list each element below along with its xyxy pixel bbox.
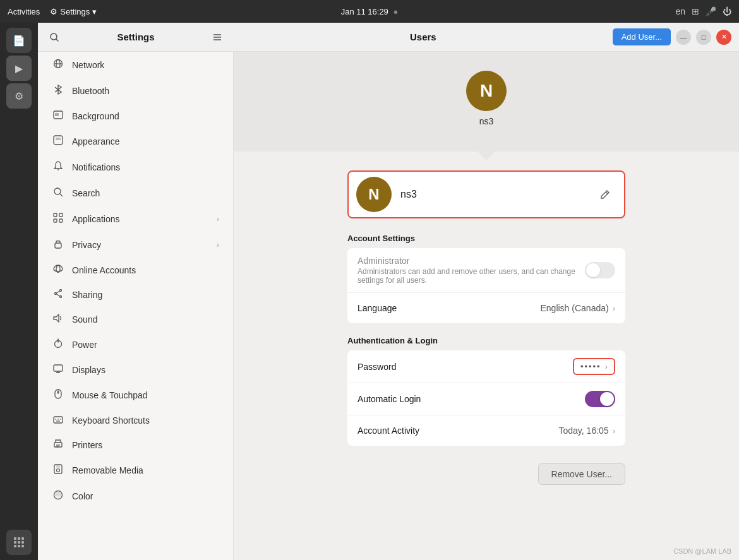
password-chevron-icon: ›: [605, 362, 608, 371]
sidebar-item-sharing[interactable]: Sharing: [42, 283, 229, 307]
sidebar-item-removable-media[interactable]: Removable Media: [42, 458, 229, 483]
sidebar-item-appearance[interactable]: Appearance: [42, 129, 229, 154]
taskbar-files-icon[interactable]: 📄: [6, 28, 32, 53]
administrator-row: Administrator Administrators can add and…: [347, 248, 625, 293]
menu-button[interactable]: [207, 27, 227, 47]
svg-rect-8: [21, 545, 24, 547]
svg-point-32: [55, 293, 57, 295]
activities-button[interactable]: Activities: [8, 7, 40, 16]
svg-line-23: [60, 194, 63, 196]
auth-login-group: Password ••••• › Automatic Login Account…: [347, 350, 625, 446]
chevron-right-icon: ›: [217, 241, 219, 249]
sidebar-item-privacy-label: Privacy: [72, 240, 209, 250]
svg-rect-20: [56, 138, 61, 140]
window-minimize-button[interactable]: —: [676, 30, 691, 45]
user-name-row: N ns3: [347, 170, 625, 218]
sidebar-item-applications[interactable]: Applications ›: [42, 206, 229, 232]
sidebar-item-appearance-label: Appearance: [72, 136, 219, 146]
user-avatar-large[interactable]: N: [466, 71, 507, 111]
online-accounts-icon: [52, 265, 64, 276]
sidebar-item-power[interactable]: Power: [42, 332, 229, 357]
language-value: English (Canada): [540, 303, 608, 313]
sidebar-item-printers[interactable]: Printers: [42, 433, 229, 457]
sidebar-panel-title: Settings: [69, 32, 202, 42]
sidebar-item-sound[interactable]: Sound: [42, 307, 229, 331]
svg-line-33: [57, 291, 60, 293]
remove-user-button[interactable]: Remove User...: [538, 463, 625, 485]
sidebar-item-keyboard-shortcuts[interactable]: Keyboard Shortcuts: [42, 408, 229, 432]
automatic-login-toggle[interactable]: [585, 391, 615, 407]
svg-line-55: [606, 192, 608, 194]
gear-icon: ⚙: [50, 7, 57, 16]
sidebar-item-color-label: Color: [72, 491, 219, 501]
sidebar-item-privacy[interactable]: Privacy ›: [42, 232, 229, 258]
sidebar-item-color[interactable]: Color: [42, 484, 229, 509]
sidebar-item-online-accounts-label: Online Accounts: [72, 265, 219, 275]
chevron-right-icon: ›: [217, 215, 219, 223]
color-icon: [52, 490, 64, 503]
taskbar-settings-icon[interactable]: ⚙: [6, 83, 32, 109]
password-dots: •••••: [580, 362, 601, 371]
password-value-box: ••••• ›: [573, 358, 615, 375]
keyboard-icon: [52, 415, 64, 426]
svg-rect-3: [14, 541, 16, 544]
locale-button[interactable]: en: [675, 6, 685, 16]
taskbar-apps-grid-icon[interactable]: [6, 530, 32, 555]
sidebar-item-mouse-label: Mouse & Touchpad: [72, 390, 219, 400]
edit-name-button[interactable]: [594, 183, 616, 206]
svg-rect-5: [21, 541, 24, 544]
user-avatar-small[interactable]: N: [356, 177, 392, 212]
power-icon[interactable]: ⏻: [723, 6, 731, 16]
titlebar: Settings Users Add User... — □ ✕: [38, 23, 739, 52]
account-activity-value: Today, 16:05: [559, 426, 609, 436]
privacy-icon: [52, 239, 64, 251]
appearance-icon: [52, 135, 64, 148]
taskbar-terminal-icon[interactable]: ▶: [6, 56, 32, 81]
svg-rect-27: [59, 219, 63, 222]
sidebar-item-bluetooth[interactable]: Bluetooth: [42, 78, 229, 104]
svg-rect-0: [14, 537, 16, 540]
administrator-sublabel: Administrators can add and remove other …: [357, 267, 585, 285]
sidebar-item-search-label: Search: [72, 188, 219, 198]
sidebar-item-network-label: Network: [72, 60, 219, 70]
printers-icon: [52, 439, 64, 451]
sidebar-item-network[interactable]: Network: [42, 52, 229, 78]
microphone-icon[interactable]: 🎤: [706, 6, 716, 16]
user-name-header: ns3: [479, 116, 494, 126]
bluetooth-icon: [52, 85, 64, 97]
sidebar: Network Bluetooth Background: [38, 52, 234, 560]
sidebar-item-printers-label: Printers: [72, 440, 219, 450]
window-close-button[interactable]: ✕: [716, 30, 731, 45]
sidebar-item-removable-label: Removable Media: [72, 465, 219, 475]
svg-rect-37: [54, 365, 63, 371]
sidebar-item-notifications[interactable]: Notifications: [42, 155, 229, 180]
svg-rect-2: [21, 537, 24, 540]
svg-line-34: [57, 294, 60, 296]
activity-chevron-icon: ›: [613, 426, 615, 436]
topbar: Activities ⚙ Settings ▾ Jan 11 16:29 ● e…: [0, 0, 739, 23]
network-icon[interactable]: ⊞: [692, 6, 699, 16]
chevron-down-icon: ▾: [92, 7, 97, 16]
language-row[interactable]: Language English (Canada) ›: [347, 293, 625, 323]
language-label: Language: [357, 303, 540, 313]
taskbar: 📄 ▶ ⚙: [0, 23, 38, 560]
search-nav-icon: [52, 187, 64, 200]
sidebar-item-displays[interactable]: Displays: [42, 358, 229, 382]
administrator-toggle[interactable]: [585, 262, 615, 278]
sidebar-item-background[interactable]: Background: [42, 104, 229, 128]
search-button[interactable]: [44, 27, 64, 47]
svg-point-42: [57, 391, 59, 393]
add-user-button[interactable]: Add User...: [613, 28, 671, 45]
svg-point-22: [54, 188, 61, 194]
svg-rect-4: [18, 541, 20, 544]
window-maximize-button[interactable]: □: [696, 30, 711, 45]
settings-menu-button[interactable]: ⚙ Settings ▾: [50, 7, 97, 16]
sidebar-item-online-accounts[interactable]: Online Accounts: [42, 258, 229, 282]
sidebar-item-mouse-touchpad[interactable]: Mouse & Touchpad: [42, 383, 229, 408]
account-activity-row[interactable]: Account Activity Today, 16:05 ›: [347, 415, 625, 446]
sidebar-item-keyboard-label: Keyboard Shortcuts: [72, 415, 219, 426]
account-settings-group: Administrator Administrators can add and…: [347, 248, 625, 323]
password-row[interactable]: Password ••••• ›: [347, 350, 625, 383]
sidebar-item-search[interactable]: Search: [42, 181, 229, 206]
sidebar-item-background-label: Background: [72, 111, 219, 121]
